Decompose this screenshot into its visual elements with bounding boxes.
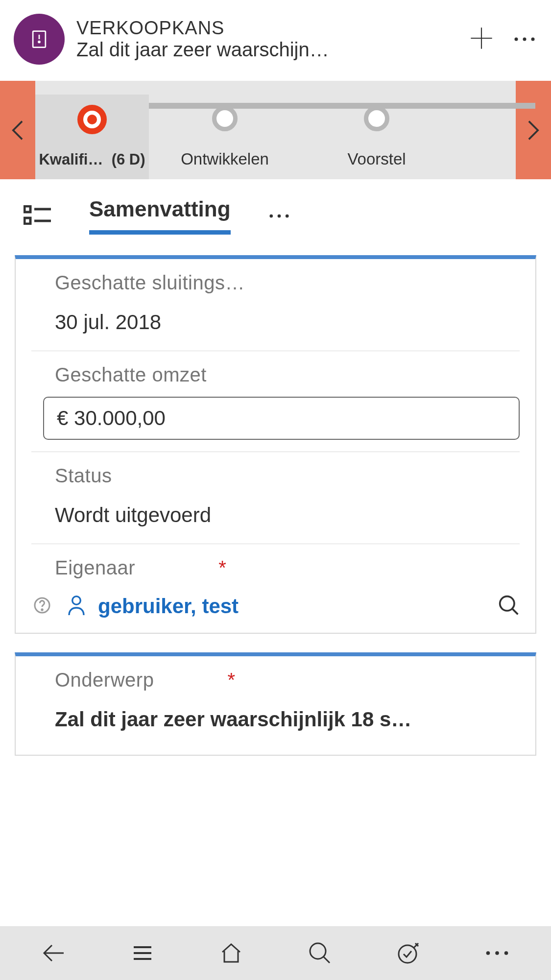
svg-point-16 [42, 609, 43, 610]
stage-active-indicator-icon [77, 105, 107, 134]
summary-card: Geschatte sluitings… 30 jul. 2018 Gescha… [15, 255, 536, 634]
stage-label: Voorstel [347, 150, 406, 168]
tab-samenvatting[interactable]: Samenvatting [89, 197, 231, 235]
stage-voorstel[interactable]: Voorstel [301, 94, 453, 179]
bottom-nav-bar [0, 926, 551, 980]
stage-label: Kwalifi… (6 D) [39, 151, 145, 168]
stage-next-button[interactable] [516, 81, 551, 179]
tab-list-icon[interactable] [24, 205, 51, 227]
form-content: Geschatte sluitings… 30 jul. 2018 Gescha… [0, 236, 551, 926]
lookup-search-icon[interactable] [498, 595, 520, 618]
nav-task-button[interactable] [397, 941, 420, 965]
svg-point-28 [495, 951, 499, 955]
nav-more-button[interactable] [485, 941, 509, 965]
svg-rect-8 [24, 206, 30, 212]
svg-point-6 [523, 38, 527, 41]
field-status[interactable]: Status Wordt uitgevoerd [31, 452, 520, 544]
stage-kwalificeren[interactable]: Kwalifi… (6 D) [35, 95, 149, 179]
details-card: Onderwerp* Zal dit jaar zeer waarschijnl… [15, 652, 536, 756]
field-value: 30 jul. 2018 [55, 311, 520, 343]
svg-point-12 [269, 214, 273, 217]
svg-rect-10 [24, 218, 30, 224]
nav-back-button[interactable] [42, 941, 66, 965]
field-estimated-revenue: Geschatte omzet € 30.000,00 [31, 351, 520, 452]
svg-line-19 [512, 609, 518, 614]
field-subject[interactable]: Onderwerp* Zal dit jaar zeer waarschijnl… [31, 656, 520, 740]
svg-point-7 [531, 38, 535, 41]
field-label: Eigenaar* [55, 557, 520, 579]
stage-ontwikkelen[interactable]: Ontwikkelen [149, 94, 301, 179]
svg-point-29 [504, 951, 508, 955]
svg-point-13 [277, 214, 281, 217]
owner-lookup-value[interactable]: gebruiker, test [98, 595, 486, 618]
header-text: VERKOOPKANS Zal dit jaar zeer waarschijn… [76, 18, 457, 61]
stage-circle-icon [212, 106, 238, 131]
required-indicator: * [218, 557, 226, 578]
required-indicator: * [227, 669, 235, 691]
stage-circle-icon [364, 106, 389, 131]
field-estimated-close-date[interactable]: Geschatte sluitings… 30 jul. 2018 [31, 259, 520, 351]
add-button[interactable] [469, 25, 494, 53]
record-type-avatar [14, 14, 65, 65]
tab-more-button[interactable] [269, 212, 289, 220]
svg-point-18 [500, 597, 514, 611]
more-button[interactable] [514, 35, 535, 44]
stage-prev-button[interactable] [0, 81, 35, 179]
svg-point-14 [285, 214, 288, 217]
header: VERKOOPKANS Zal dit jaar zeer waarschijn… [0, 0, 551, 78]
svg-point-2 [39, 41, 40, 43]
field-label: Geschatte omzet [55, 364, 520, 386]
svg-line-25 [324, 957, 330, 963]
record-type-label: VERKOOPKANS [76, 18, 457, 39]
nav-menu-button[interactable] [131, 941, 154, 965]
nav-search-button[interactable] [308, 941, 332, 965]
field-owner: Eigenaar* gebruiker, test [31, 544, 520, 618]
svg-point-5 [515, 38, 518, 41]
svg-point-24 [310, 943, 326, 959]
field-value: Wordt uitgevoerd [55, 503, 520, 536]
record-title: Zal dit jaar zeer waarschijn… [76, 39, 457, 61]
revenue-input[interactable]: € 30.000,00 [43, 397, 520, 440]
field-value: Zal dit jaar zeer waarschijnlijk 18 s… [55, 708, 520, 740]
tab-bar: Samenvatting [0, 179, 551, 236]
field-label: Status [55, 465, 520, 487]
process-stage-bar: Kwalifi… (6 D) Ontwikkelen Voorstel [0, 81, 551, 179]
svg-point-27 [486, 951, 490, 955]
field-label: Geschatte sluitings… [55, 272, 520, 294]
stage-label: Ontwikkelen [181, 150, 269, 168]
svg-point-17 [72, 597, 81, 605]
person-icon [67, 595, 86, 618]
field-label: Onderwerp* [55, 669, 520, 691]
nav-home-button[interactable] [219, 941, 243, 965]
